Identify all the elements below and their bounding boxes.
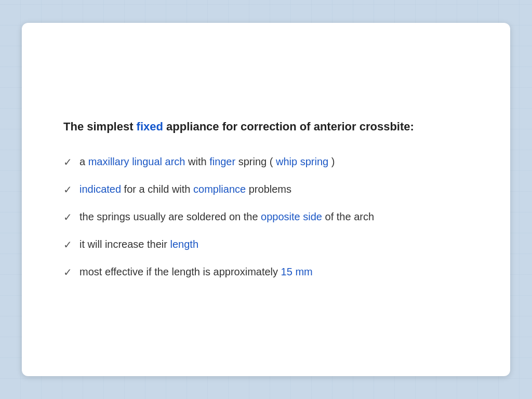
bullet-2-part-1: indicated [79,183,121,195]
bullet-item-2: ✓ indicated for a child with compliance … [63,181,469,197]
bullet-4-part-1: it will increase their [79,238,170,250]
bullet-2-part-4: problems [246,183,291,195]
heading-fixed-word: fixed [137,120,163,133]
slide-card: The simplest fixed appliance for correct… [22,23,510,376]
bullet-text-2: indicated for a child with compliance pr… [79,181,291,197]
heading-suffix: appliance for correction of anterior cro… [163,120,414,133]
bullet-item-4: ✓ it will increase their length [63,236,469,252]
bullet-1-part-3: with [185,156,209,167]
bullet-text-5: most effective if the length is approxim… [79,264,313,280]
checkmark-icon-2: ✓ [63,182,72,197]
bullet-item-1: ✓ a maxillary lingual arch with finger s… [63,154,469,170]
bullet-2-part-3: compliance [193,183,246,195]
bullet-text-4: it will increase their length [79,236,198,252]
checkmark-icon-4: ✓ [63,237,72,252]
bullet-5-part-1: most effective if the length is approxim… [79,266,281,277]
bullet-text-3: the springs usually are soldered on the … [79,209,374,224]
bullet-4-part-2: length [170,238,199,250]
bullet-1-part-1: a [79,156,88,167]
bullet-3-part-2: opposite side [261,211,322,222]
bullet-3-part-3: of the arch [322,211,374,222]
checkmark-icon-5: ✓ [63,264,72,280]
checkmark-icon-3: ✓ [63,209,72,225]
bullet-1-part-6: whip spring [276,156,328,167]
slide-heading: The simplest fixed appliance for correct… [63,119,469,135]
heading-prefix: The simplest [63,120,137,133]
bullet-1-part-5: spring ( [235,156,276,167]
checkmark-icon-1: ✓ [63,154,72,170]
bullet-3-part-1: the springs usually are soldered on the [79,211,261,222]
bullet-2-part-2: for a child with [121,183,193,195]
bullet-1-part-4: finger [209,156,235,167]
bullet-5-part-2: 15 mm [281,266,313,277]
bullet-1-part-7: ) [328,156,335,167]
bullet-item-3: ✓ the springs usually are soldered on th… [63,209,469,225]
bullet-text-1: a maxillary lingual arch with finger spr… [79,154,335,169]
bullet-list: ✓ a maxillary lingual arch with finger s… [63,154,469,280]
bullet-item-5: ✓ most effective if the length is approx… [63,264,469,280]
bullet-1-part-2: maxillary lingual arch [88,156,185,167]
